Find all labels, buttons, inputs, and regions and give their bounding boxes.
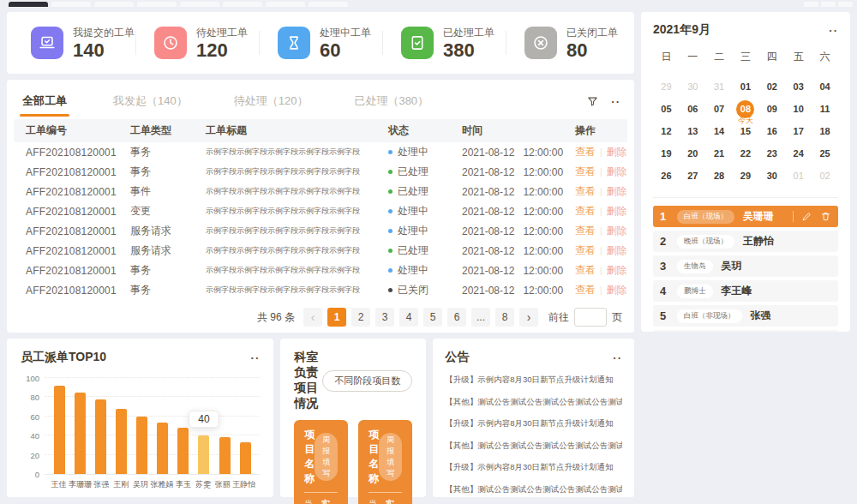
delete-link[interactable]: 删除 (607, 204, 627, 219)
announcement-item[interactable]: 【其他】测试公告测试公告测试公告测试公告测试公告 (445, 441, 622, 452)
calendar-day[interactable]: 20 (680, 142, 706, 165)
view-link[interactable]: 查看 (575, 184, 596, 199)
delete-link[interactable]: 删除 (607, 184, 627, 199)
page-button-6[interactable]: 6 (447, 308, 466, 327)
calendar-day[interactable]: 17 (785, 120, 812, 142)
calendar-day[interactable]: 01 (785, 165, 812, 187)
shift-row[interactable]: 5白班（非现场）张强 (653, 305, 838, 327)
more-icon[interactable]: ·· (613, 352, 622, 363)
calendar-day[interactable]: 14 (706, 120, 733, 142)
more-icon[interactable]: ·· (829, 25, 838, 36)
calendar-day[interactable]: 21 (706, 142, 733, 165)
weekly-report-button[interactable]: 周报填写 (379, 433, 402, 481)
calendar-day[interactable]: 06 (680, 98, 706, 120)
calendar-day[interactable]: 29 (653, 75, 680, 98)
calendar-day[interactable]: 02 (758, 75, 785, 98)
window-tab[interactable] (137, 2, 177, 7)
calendar-day[interactable]: 13 (680, 120, 706, 142)
trash-icon[interactable] (820, 211, 831, 222)
announcement-item[interactable]: 【升级】示例内容8月30日新节点升级计划通知 (445, 462, 622, 473)
page-button-8[interactable]: 8 (495, 308, 514, 327)
view-link[interactable]: 查看 (575, 145, 596, 159)
shift-row[interactable]: 1白班（现场）吴珊珊 (653, 206, 838, 227)
calendar-day[interactable]: 11 (812, 98, 838, 120)
shift-row[interactable]: 3生物岛吴玥 (653, 255, 838, 277)
window-tab[interactable] (266, 2, 305, 7)
delete-link[interactable]: 删除 (607, 165, 627, 179)
view-link[interactable]: 查看 (575, 204, 596, 219)
announcement-item[interactable]: 【其他】测试公告测试公告测试公告测试公告测试公告 (445, 397, 622, 408)
calendar-day[interactable]: 10 (785, 98, 812, 120)
filter-icon[interactable] (586, 95, 599, 108)
goto-page-input[interactable] (574, 308, 607, 327)
delete-link[interactable]: 删除 (607, 263, 627, 278)
window-tab[interactable] (9, 2, 48, 7)
calendar-day[interactable]: 08今天 (733, 98, 759, 120)
stage-project-count-button[interactable]: 不同阶段项目数 (322, 370, 412, 392)
window-tab[interactable] (94, 2, 134, 7)
page-button-3[interactable]: 3 (375, 308, 394, 327)
delete-link[interactable]: 删除 (607, 224, 627, 238)
calendar-day[interactable]: 01 (733, 75, 759, 98)
window-control-button[interactable] (804, 2, 818, 7)
view-link[interactable]: 查看 (575, 263, 596, 278)
calendar-day[interactable]: 30 (680, 75, 706, 98)
window-tab[interactable] (180, 2, 219, 7)
delete-link[interactable]: 删除 (607, 283, 627, 297)
calendar-day[interactable]: 30 (758, 165, 785, 187)
page-button-4[interactable]: 4 (399, 308, 418, 327)
window-tab[interactable] (51, 2, 91, 7)
more-icon[interactable]: ·· (251, 352, 261, 363)
window-control-button[interactable] (838, 2, 853, 7)
shift-row[interactable]: 2晚班（现场）王静怡 (653, 231, 838, 252)
view-link[interactable]: 查看 (575, 283, 596, 297)
next-page-button[interactable]: › (519, 308, 538, 327)
page-button-1[interactable]: 1 (327, 308, 346, 327)
tab-我发起（140）[interactable]: 我发起（140） (113, 93, 188, 109)
calendar-day[interactable]: 05 (653, 98, 680, 120)
calendar-day[interactable]: 23 (758, 142, 785, 165)
delete-link[interactable]: 删除 (607, 243, 627, 258)
calendar-day[interactable]: 27 (680, 165, 706, 187)
announcement-item[interactable]: 【升级】示例内容8月30日新节点升级计划通知 (445, 418, 622, 429)
calendar-day[interactable]: 24 (785, 142, 812, 165)
calendar-day[interactable]: 28 (706, 165, 733, 187)
projects-panel: 科室负责项目情况 不同阶段项目数 项目名称周报填写当前阶段实施阶段当前进度示例字… (280, 339, 426, 497)
calendar-day[interactable]: 18 (812, 120, 838, 142)
calendar-day[interactable]: 09 (758, 98, 785, 120)
announcement-item[interactable]: 【升级】示例内容8月30日新节点升级计划通知 (445, 375, 622, 386)
calendar-day[interactable]: 29 (733, 165, 759, 187)
more-icon[interactable]: ·· (611, 96, 620, 107)
window-control-button[interactable] (821, 2, 836, 7)
calendar-day[interactable]: 22 (733, 142, 759, 165)
announcement-item[interactable]: 【其他】测试公告测试公告测试公告测试公告测试公告 (445, 484, 622, 495)
calendar-day[interactable]: 12 (653, 120, 680, 142)
calendar-day[interactable]: 19 (653, 142, 680, 165)
weekly-report-button[interactable]: 周报填写 (315, 433, 338, 481)
tab-待处理（120）[interactable]: 待处理（120） (234, 93, 309, 109)
tab-已处理（380）[interactable]: 已处理（380） (354, 93, 428, 109)
shift-row[interactable]: 4鹏博士李王峰 (653, 280, 838, 302)
page-button-...[interactable]: ... (471, 308, 490, 327)
calendar-day[interactable]: 02 (812, 165, 838, 187)
view-link[interactable]: 查看 (575, 165, 596, 179)
calendar-day[interactable]: 07 (706, 98, 733, 120)
calendar-day[interactable]: 03 (785, 75, 812, 98)
view-link[interactable]: 查看 (575, 243, 596, 258)
shift-row[interactable]: 6晚班（非现场）王佳 (653, 330, 838, 332)
window-tab[interactable] (223, 2, 262, 7)
calendar-day[interactable]: 25 (812, 142, 838, 165)
calendar-day[interactable]: 31 (706, 75, 733, 98)
delete-link[interactable]: 删除 (607, 145, 627, 159)
calendar-day[interactable]: 16 (758, 120, 785, 142)
tab-全部工单[interactable]: 全部工单 (22, 93, 67, 109)
calendar-day[interactable]: 15 (733, 120, 759, 142)
page-button-5[interactable]: 5 (423, 308, 442, 327)
page-button-2[interactable]: 2 (351, 308, 370, 327)
prev-page-button[interactable]: ‹ (303, 308, 322, 327)
calendar-day[interactable]: 04 (812, 75, 838, 98)
view-link[interactable]: 查看 (575, 224, 596, 238)
edit-icon[interactable] (801, 211, 812, 222)
window-tab[interactable] (309, 2, 348, 7)
calendar-day[interactable]: 26 (653, 165, 680, 187)
